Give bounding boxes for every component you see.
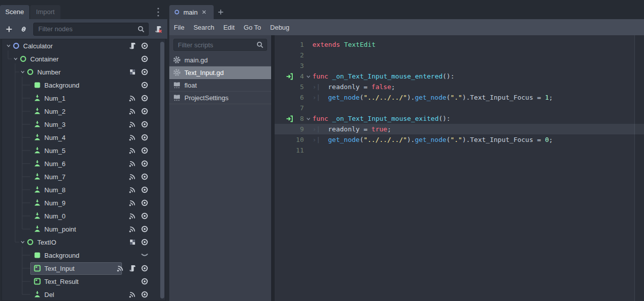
- dock-menu-icon[interactable]: [154, 7, 162, 18]
- connected-signal-icon[interactable]: [286, 115, 294, 123]
- tree-row-num-5[interactable]: Num_5: [2, 144, 165, 157]
- eye-icon[interactable]: [141, 212, 149, 220]
- code-line-8[interactable]: 8 func _on_Text_Input_mouse_exited():: [275, 113, 644, 124]
- tree-row-num-6[interactable]: Num_6: [2, 157, 165, 170]
- tree-row-container[interactable]: Container: [2, 52, 165, 65]
- filter-scripts-input[interactable]: [173, 39, 267, 51]
- tree-row-num-9[interactable]: Num_9: [2, 196, 165, 209]
- filter-nodes-input[interactable]: [33, 23, 149, 36]
- eye-icon[interactable]: [141, 94, 149, 102]
- fold-icon[interactable]: [304, 73, 312, 80]
- connected-signal-icon[interactable]: [286, 72, 294, 81]
- script-icon[interactable]: [128, 42, 137, 50]
- script-item-float-doc[interactable]: float: [169, 79, 271, 92]
- tree-row-num-point[interactable]: Num_point: [2, 222, 165, 236]
- detach-script-button[interactable]: [153, 24, 163, 34]
- script-icon[interactable]: [128, 264, 137, 272]
- code-line-1[interactable]: 1 extends TextEdit: [275, 39, 644, 50]
- menu-search[interactable]: Search: [189, 24, 219, 31]
- close-icon[interactable]: [201, 9, 207, 15]
- new-tab-button[interactable]: [217, 9, 224, 16]
- signal-icon[interactable]: [116, 264, 124, 272]
- eye-icon[interactable]: [141, 160, 149, 168]
- code-line-11[interactable]: 11: [275, 145, 644, 156]
- chevron-down-icon[interactable]: [12, 55, 19, 62]
- code-line-7[interactable]: 7: [275, 103, 644, 113]
- code-line-4[interactable]: 4 func _on_Text_Input_mouse_entered():: [275, 71, 644, 82]
- tree-row-num-7[interactable]: Num_7: [2, 170, 165, 183]
- tree-row-num-8[interactable]: Num_8: [2, 183, 165, 196]
- signal-icon[interactable]: [128, 133, 137, 141]
- signal-icon[interactable]: [128, 199, 137, 207]
- script-item-text-input-gd[interactable]: Text_Input.gd: [169, 66, 271, 79]
- signal-icon[interactable]: [128, 146, 137, 155]
- eye-icon[interactable]: [141, 277, 149, 285]
- tree-scrollbar[interactable]: [160, 42, 164, 298]
- tree-row-background-textio[interactable]: Background: [2, 249, 165, 262]
- tree-row-num-3[interactable]: Num_3: [2, 118, 165, 131]
- eye-icon[interactable]: [141, 133, 149, 141]
- eye-icon[interactable]: [141, 107, 149, 115]
- signal-icon[interactable]: [128, 94, 137, 102]
- signal-icon[interactable]: [128, 120, 137, 128]
- eye-icon[interactable]: [141, 238, 149, 246]
- code-line-3[interactable]: 3: [275, 60, 644, 71]
- chevron-down-icon[interactable]: [19, 239, 26, 246]
- signal-icon[interactable]: [128, 186, 137, 194]
- signal-icon[interactable]: [128, 173, 137, 181]
- script-item-main-gd[interactable]: main.gd: [169, 54, 271, 66]
- tab-import[interactable]: Import: [30, 5, 60, 19]
- menu-edit[interactable]: Edit: [219, 24, 239, 31]
- fold-icon[interactable]: [304, 116, 312, 122]
- eye-icon[interactable]: [141, 225, 149, 233]
- signal-icon[interactable]: [128, 107, 137, 115]
- eye-icon[interactable]: [141, 199, 149, 207]
- eye-icon[interactable]: [141, 290, 149, 298]
- eye-icon[interactable]: [141, 264, 149, 272]
- tree-row-num-4[interactable]: Num_4: [2, 131, 165, 144]
- instance-scene-button[interactable]: [19, 24, 29, 34]
- menu-file[interactable]: File: [169, 24, 189, 31]
- signal-icon[interactable]: [128, 225, 137, 233]
- chevron-down-icon[interactable]: [19, 68, 26, 76]
- eye-icon[interactable]: [141, 55, 149, 63]
- signal-icon[interactable]: [128, 160, 137, 168]
- signal-icon[interactable]: [128, 290, 137, 298]
- code-editor[interactable]: 1 extends TextEdit 2 3 4 func _on_Text_I…: [275, 35, 644, 301]
- script-item-projectsettings-doc[interactable]: ProjectSettings: [169, 92, 271, 104]
- tree-row-calculator[interactable]: Calculator: [2, 39, 165, 52]
- code-line-10[interactable]: 10 ›|get_node("../../../").get_node(".")…: [275, 134, 644, 145]
- eye-icon[interactable]: [141, 146, 149, 155]
- tab-scene[interactable]: Scene: [0, 5, 29, 19]
- tree-row-del[interactable]: Del: [2, 288, 165, 301]
- code-line-2[interactable]: 2: [275, 50, 644, 60]
- tree-row-textio[interactable]: TextIO: [2, 236, 165, 249]
- eye-closed-icon[interactable]: [141, 251, 149, 259]
- tree-row-background[interactable]: Background: [2, 79, 165, 92]
- tree-row-num-2[interactable]: Num_2: [2, 105, 165, 118]
- control-icon: [26, 238, 34, 246]
- group-icon[interactable]: [128, 68, 137, 76]
- chevron-down-icon[interactable]: [5, 42, 12, 49]
- menu-debug[interactable]: Debug: [266, 24, 294, 31]
- eye-icon[interactable]: [141, 68, 149, 76]
- tab-main-scene[interactable]: main: [169, 5, 214, 19]
- code-line-6[interactable]: 6 ›|get_node("../../../").get_node(".").…: [275, 92, 644, 103]
- tree-row-text-input[interactable]: Text_Input: [2, 262, 165, 275]
- tree-row-num-0[interactable]: Num_0: [2, 209, 165, 222]
- eye-icon[interactable]: [141, 173, 149, 181]
- group-icon[interactable]: [128, 238, 137, 246]
- eye-icon[interactable]: [141, 81, 149, 89]
- code-line-5[interactable]: 5 ›|readonly = false;: [275, 82, 644, 92]
- tree-row-num-1[interactable]: Num_1: [2, 92, 165, 105]
- signal-icon[interactable]: [128, 212, 137, 220]
- tree-row-number[interactable]: Number: [2, 65, 165, 79]
- add-node-button[interactable]: [4, 24, 14, 34]
- panel-divider[interactable]: [271, 35, 275, 301]
- code-line-9-current[interactable]: 9 ›|readonly = true;: [275, 124, 644, 134]
- eye-icon[interactable]: [141, 42, 149, 50]
- tree-row-text-result[interactable]: Text_Result: [2, 275, 165, 288]
- menu-goto[interactable]: Go To: [239, 24, 266, 31]
- eye-icon[interactable]: [141, 186, 149, 194]
- eye-icon[interactable]: [141, 120, 149, 128]
